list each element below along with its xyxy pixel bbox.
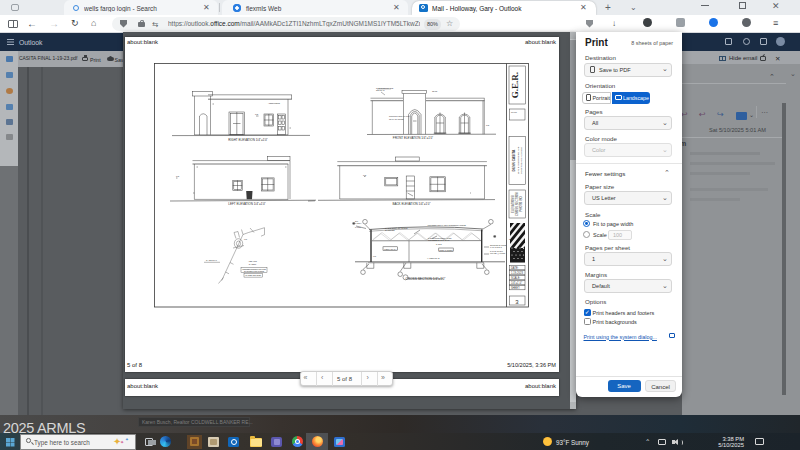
- svg-text:RIGHT ELEVATION 1/4"=1'0": RIGHT ELEVATION 1/4"=1'0": [228, 138, 267, 142]
- svg-text:SHOWER LOCATIONS: SHOWER LOCATIONS: [244, 270, 265, 272]
- svg-text:T.O.: T.O.: [363, 174, 367, 176]
- svg-text:FASCIA: FASCIA: [355, 222, 362, 224]
- svg-text:LEFT ELEVATION 1/4"=1'0": LEFT ELEVATION 1/4"=1'0": [228, 202, 265, 206]
- svg-text:WC: WC: [244, 238, 248, 240]
- svg-text:PHOTO ISO: PHOTO ISO: [519, 195, 523, 211]
- svg-text:FRAME @ 16"OC: FRAME @ 16"OC: [490, 252, 506, 255]
- svg-text:8' CLG: 8' CLG: [436, 243, 442, 245]
- svg-text:TRUSSES 24"O.C. (TYP): TRUSSES 24"O.C. (TYP): [428, 239, 450, 241]
- svg-text:TRUSSES PER MANUF SPECS/DRAWIN: TRUSSES PER MANUF SPECS/DRAWINGS: [428, 224, 467, 226]
- svg-text:TO MAIN HOUSE: TO MAIN HOUSE: [389, 118, 404, 120]
- svg-text:1-19-2023: 1-19-2023: [511, 271, 523, 275]
- svg-text:G.E.R.: G.E.R.: [510, 72, 520, 98]
- svg-text:LNDRY/BATH: LNDRY/BATH: [384, 248, 397, 250]
- svg-text:LATH 2 COAT: LATH 2 COAT: [490, 246, 503, 248]
- svg-text:4" CONC SLAB: 4" CONC SLAB: [427, 257, 440, 259]
- svg-text:WC: WC: [373, 255, 377, 257]
- svg-text:ON FOAM: ON FOAM: [376, 89, 385, 91]
- svg-text:2" ABS TRAP: 2" ABS TRAP: [206, 259, 218, 261]
- svg-text:T.O.: T.O.: [255, 113, 259, 115]
- svg-text:3: 3: [515, 299, 519, 305]
- svg-text:FRONT ELEVATION 1/4"=1'0": FRONT ELEVATION 1/4"=1'0": [393, 136, 433, 140]
- svg-text:12:12: 12:12: [432, 90, 438, 92]
- svg-text:1/4"=1'-0": 1/4"=1'-0": [511, 281, 522, 285]
- svg-text:T.O.: T.O.: [176, 175, 180, 177]
- svg-text:WASTE ISO (NTS): WASTE ISO (NTS): [245, 274, 261, 276]
- svg-text:SE.A: SE.A: [509, 238, 514, 240]
- svg-text:GREAT ROOM: GREAT ROOM: [439, 249, 453, 251]
- svg-text:DATE:: DATE:: [511, 266, 519, 270]
- svg-text:P-ISO: P-ISO: [355, 226, 361, 228]
- svg-text:DUNN CASITA: DUNN CASITA: [512, 149, 516, 171]
- svg-text:SHEET:: SHEET:: [511, 286, 520, 290]
- svg-text:CROSS SECTION 1/4"=1'0": CROSS SECTION 1/4"=1'0": [406, 277, 446, 281]
- svg-text:ANNO/PRETO: ANNO/PRETO: [268, 102, 280, 104]
- svg-text:SHINGLES: SHINGLES: [385, 229, 395, 231]
- svg-text:2" VENT: 2" VENT: [249, 263, 257, 265]
- svg-text:STAMP: STAMP: [511, 111, 518, 113]
- svg-text:T.O.: T.O.: [486, 124, 490, 126]
- svg-text:BACK ELEVATION 1/4"=1'0": BACK ELEVATION 1/4"=1'0": [392, 202, 430, 206]
- svg-text:SCALE:: SCALE:: [511, 276, 521, 280]
- svg-text:SCOTTSDALE AZ 85258: SCOTTSDALE AZ 85258: [520, 146, 523, 174]
